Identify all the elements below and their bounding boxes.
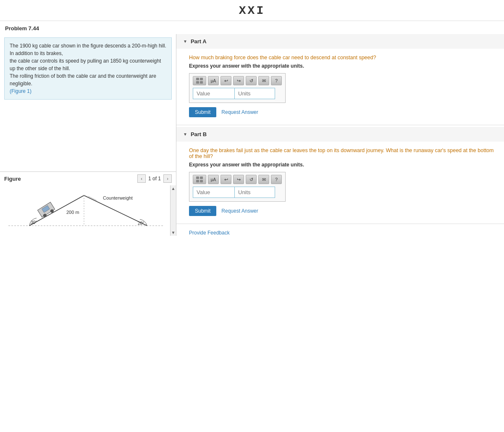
page-header: XXI — [0, 0, 504, 21]
part-a-value-input[interactable] — [193, 88, 235, 99]
part-a-redo-button[interactable]: ↪ — [233, 76, 244, 85]
page-title: XXI — [239, 4, 265, 17]
matrix-icon-b — [196, 176, 203, 183]
part-a-undo-button[interactable]: ↩ — [220, 76, 231, 85]
part-a-mu-button[interactable]: μA — [208, 76, 219, 85]
part-b-section: ▼ Part B One day the brakes fail just as… — [176, 127, 504, 224]
figure-content: Counterweight 200 m 30° 20° — [0, 185, 176, 236]
part-a-instruction: Express your answer with the appropriate… — [189, 63, 496, 69]
scroll-up-icon[interactable]: ▲ — [171, 185, 176, 192]
part-a-question: How much braking force does the cable ca… — [189, 55, 496, 61]
svg-rect-16 — [200, 180, 203, 182]
part-a-answer-box: μA ↩ ↪ ↺ ✉ ? — [189, 73, 286, 103]
figure-diagram: Counterweight 200 m 30° 20° — [4, 188, 170, 234]
part-b-redo-button[interactable]: ↪ — [233, 175, 244, 184]
svg-rect-11 — [196, 81, 199, 84]
figure-area: Figure ‹ 1 of 1 › — [0, 171, 176, 236]
figure-link[interactable]: (Figure 1) — [10, 88, 32, 94]
figure-header: Figure ‹ 1 of 1 › — [0, 172, 176, 185]
figure-next-button[interactable]: › — [163, 174, 172, 183]
part-a-label: Part A — [191, 38, 207, 45]
part-b-units-input[interactable] — [235, 187, 275, 198]
problem-label: Problem 7.44 — [0, 21, 504, 34]
figure-pagination: 1 of 1 — [148, 176, 161, 182]
svg-rect-9 — [196, 78, 199, 80]
angle2-label: 20° — [138, 221, 144, 226]
distance-label: 200 m — [66, 210, 79, 215]
part-a-envelope-button[interactable]: ✉ — [258, 76, 269, 85]
part-a-content: How much braking force does the cable ca… — [176, 49, 504, 125]
part-a-reset-button[interactable]: ↺ — [246, 76, 257, 85]
part-a-help-button[interactable]: ? — [271, 76, 282, 85]
part-a-request-answer-link[interactable]: Request Answer — [221, 109, 258, 115]
part-b-instruction: Express your answer with the appropriate… — [189, 162, 496, 168]
part-b-mu-button[interactable]: μA — [208, 175, 219, 184]
part-b-undo-button[interactable]: ↩ — [220, 175, 231, 184]
counterweight-label: Counterweight — [103, 195, 133, 200]
part-b-header[interactable]: ▼ Part B — [176, 127, 504, 142]
part-b-value-input[interactable] — [193, 187, 235, 198]
feedback-link[interactable]: Provide Feedback — [189, 230, 504, 236]
part-b-matrix-button[interactable] — [193, 175, 206, 184]
part-b-reset-button[interactable]: ↺ — [246, 175, 257, 184]
problem-text-box: The 1900 kg cable car shown in the figur… — [4, 37, 172, 100]
part-a-matrix-button[interactable] — [193, 76, 206, 85]
part-b-label: Part B — [191, 131, 207, 137]
part-a-toolbar: μA ↩ ↪ ↺ ✉ ? — [193, 76, 282, 85]
part-a-triangle-icon: ▼ — [183, 39, 187, 44]
part-b-submit-button[interactable]: Submit — [189, 206, 216, 216]
part-b-answer-box: μA ↩ ↪ ↺ ✉ ? — [189, 172, 286, 202]
part-b-help-button[interactable]: ? — [271, 175, 282, 184]
part-a-header[interactable]: ▼ Part A — [176, 34, 504, 49]
part-b-submit-row: Submit Request Answer — [189, 206, 496, 216]
part-b-question: One day the brakes fail just as the cabl… — [189, 148, 496, 159]
figure-prev-button[interactable]: ‹ — [137, 174, 146, 183]
right-panel: ▼ Part A How much braking force does the… — [176, 34, 504, 236]
left-panel: The 1900 kg cable car shown in the figur… — [0, 34, 176, 236]
figure-label: Figure — [4, 176, 21, 182]
figure-scrollbar[interactable]: ▲ ▼ — [170, 185, 176, 236]
part-a-fields — [193, 88, 282, 99]
part-a-section: ▼ Part A How much braking force does the… — [176, 34, 504, 125]
part-b-fields — [193, 187, 282, 198]
svg-rect-15 — [196, 180, 199, 182]
svg-rect-13 — [196, 176, 199, 179]
part-b-triangle-icon: ▼ — [183, 132, 187, 137]
part-b-toolbar: μA ↩ ↪ ↺ ✉ ? — [193, 175, 282, 184]
part-b-envelope-button[interactable]: ✉ — [258, 175, 269, 184]
part-a-submit-row: Submit Request Answer — [189, 107, 496, 117]
part-b-request-answer-link[interactable]: Request Answer — [221, 208, 258, 214]
figure-nav: ‹ 1 of 1 › — [137, 174, 172, 183]
part-a-submit-button[interactable]: Submit — [189, 107, 216, 117]
part-a-units-input[interactable] — [235, 88, 275, 99]
svg-rect-14 — [200, 176, 203, 179]
svg-rect-12 — [200, 81, 203, 84]
scroll-down-icon[interactable]: ▼ — [171, 229, 176, 236]
part-b-content: One day the brakes fail just as the cabl… — [176, 142, 504, 224]
svg-rect-10 — [200, 78, 203, 80]
problem-text: The 1900 kg cable car shown in the figur… — [10, 43, 166, 94]
angle1-label: 30° — [31, 220, 37, 225]
matrix-icon — [196, 77, 203, 84]
